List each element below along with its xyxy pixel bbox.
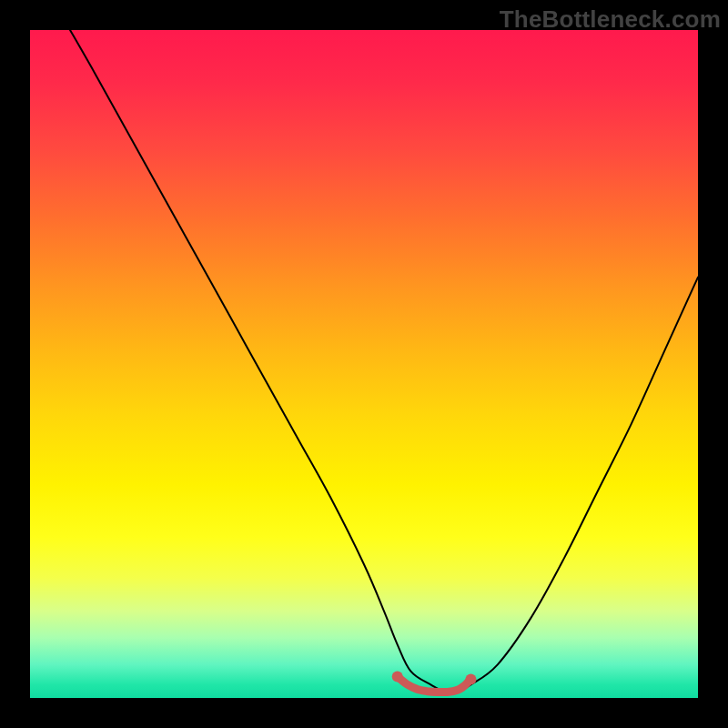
optimal-band-start-dot bbox=[392, 672, 403, 682]
optimal-band bbox=[398, 677, 471, 693]
chart-frame: TheBottleneck.com bbox=[0, 0, 728, 728]
curve-svg bbox=[30, 30, 698, 698]
watermark-text: TheBottleneck.com bbox=[500, 5, 721, 34]
optimal-band-end-dot bbox=[465, 673, 476, 684]
bottleneck-curve bbox=[70, 30, 698, 693]
plot-area bbox=[30, 30, 698, 698]
